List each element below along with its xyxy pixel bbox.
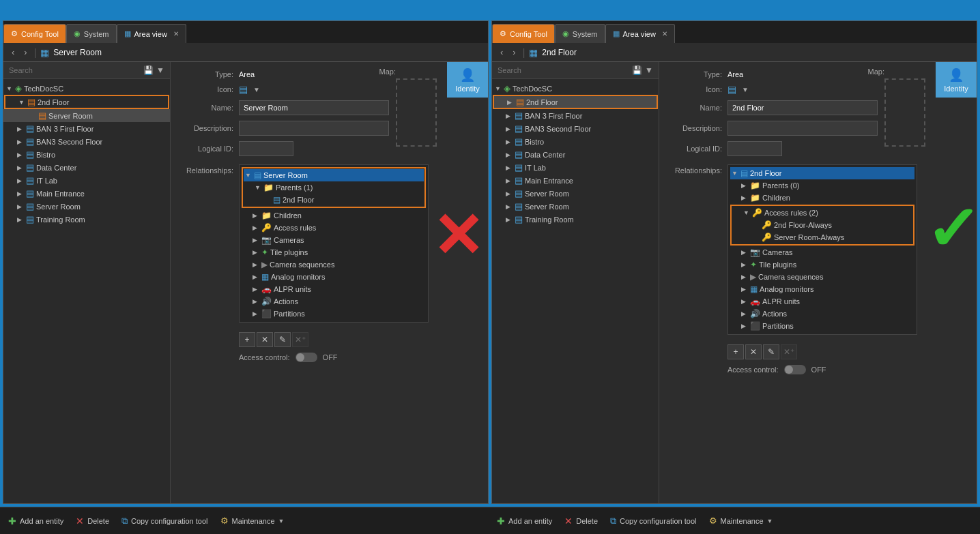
right-tab-system[interactable]: ◉ System <box>555 24 605 43</box>
right-tree-serverroom1[interactable]: ▶ ▤ Server Room <box>492 187 659 200</box>
right-tree-training[interactable]: ▶ ▤ Training Room <box>492 213 659 226</box>
right-nav-fwd[interactable]: › <box>510 46 518 59</box>
left-tree-bistro[interactable]: ▶ ▤ Bistro <box>3 148 170 161</box>
right-name-input[interactable] <box>727 100 878 115</box>
right-rel-cameras[interactable]: ▶ 📷 Cameras <box>730 246 914 258</box>
left-tree-serverroom[interactable]: ▶ ▤ Server Room <box>3 200 170 213</box>
left-tab-areaview[interactable]: ▦ Area view ✕ <box>117 24 186 43</box>
right-rel-analog[interactable]: ▶ ▦ Analog monitors <box>730 283 914 295</box>
left-map-area[interactable] <box>396 78 437 147</box>
left-tool-delete[interactable]: ✕ <box>257 332 273 347</box>
left-rel-2ndfloor[interactable]: ▤ 2nd Floor <box>244 194 424 206</box>
right-tree-ban3second[interactable]: ▶ ▤ BAN3 Second Floor <box>492 122 659 135</box>
right-tab-areaview[interactable]: ▦ Area view ✕ <box>605 24 675 43</box>
left-rel-alpr[interactable]: ▶ 🚗 ALPR units <box>242 283 426 295</box>
right-tree-mainentrance[interactable]: ▶ ▤ Main Entrance <box>492 174 659 187</box>
left-nav-fwd[interactable]: › <box>21 46 29 59</box>
right-rel-accessrules[interactable]: ▼ 🔑 Access rules (2) <box>732 207 912 219</box>
left-rel-access[interactable]: ▶ 🔑 Access rules <box>242 222 426 234</box>
left-copy-btn[interactable]: ⧉ Copy configuration tool <box>121 516 208 526</box>
right-tab-config[interactable]: ⚙ Config Tool <box>492 24 555 43</box>
right-add-entity-btn[interactable]: ✚ Add an entity <box>497 516 552 526</box>
left-tool-edit[interactable]: ✎ <box>274 332 291 347</box>
left-nav-back[interactable]: ‹ <box>9 46 17 59</box>
left-tree-mainentrance[interactable]: ▶ ▤ Main Entrance <box>3 187 170 200</box>
left-toggle[interactable] <box>296 353 317 362</box>
right-nav-back[interactable]: ‹ <box>498 46 506 59</box>
right-tree-ban3first[interactable]: ▶ ▤ BAN 3 First Floor <box>492 109 659 122</box>
left-tree-ban3second[interactable]: ▶ ▤ BAN3 Second Floor <box>3 135 170 148</box>
right-rel-camseq[interactable]: ▶ ▶ Camera sequences <box>730 271 914 283</box>
left-filter-icon[interactable]: ▼ <box>156 65 164 75</box>
right-content: 💾 ▼ ▼ ◈ TechDocSC ▶ ▤ <box>492 62 977 503</box>
left-identity-btn[interactable]: 👤 Identity <box>447 62 488 98</box>
left-rel-parents[interactable]: ▼ 📁 Parents (1) <box>244 181 424 194</box>
left-rel-camseq[interactable]: ▶ ▶ Camera sequences <box>242 258 426 271</box>
right-tree-serverroom2[interactable]: ▶ ▤ Server Room <box>492 200 659 213</box>
left-type-value: Area <box>239 70 255 78</box>
right-tree-datacenter[interactable]: ▶ ▤ Data Center <box>492 148 659 161</box>
left-delete-btn[interactable]: ✕ Delete <box>76 516 109 526</box>
right-save-icon[interactable]: 💾 <box>632 65 642 75</box>
right-tree-2ndfloor[interactable]: ▶ ▤ 2nd Floor <box>493 95 657 108</box>
right-rel-2ndfloor[interactable]: ▼ ▤ 2nd Floor <box>730 167 914 179</box>
right-tool-delete[interactable]: ✕ <box>745 344 762 359</box>
left-tab-close[interactable]: ✕ <box>173 30 179 38</box>
right-tree-bistro[interactable]: ▶ ▤ Bistro <box>492 135 659 148</box>
left-rel-children[interactable]: ▶ 📁 Children <box>242 209 426 222</box>
right-desc-input[interactable] <box>727 121 878 136</box>
right-search-input[interactable] <box>498 66 629 74</box>
left-rel-actions[interactable]: ▶ 🔊 Actions <box>242 295 426 308</box>
right-copy-btn[interactable]: ⧉ Copy configuration tool <box>610 516 697 526</box>
right-tree-itlab[interactable]: ▶ ▤ IT Lab <box>492 161 659 174</box>
left-rel-cameras[interactable]: ▶ 📷 Cameras <box>242 234 426 246</box>
right-identity-btn[interactable]: 👤 Identity <box>936 62 977 98</box>
left-maintenance-btn[interactable]: ⚙ Maintenance ▼ <box>220 516 285 526</box>
right-toggle[interactable] <box>784 365 806 374</box>
right-rel-children[interactable]: ▶ 📁 Children <box>730 192 914 204</box>
right-icon-dropdown[interactable]: ▼ <box>742 86 749 93</box>
right-rel-alpr[interactable]: ▶ 🚗 ALPR units <box>730 295 914 308</box>
left-search-input[interactable] <box>9 66 141 74</box>
left-tab-config[interactable]: ⚙ Config Tool <box>3 24 66 43</box>
left-tree-2ndfloor[interactable]: ▼ ▤ 2nd Floor <box>5 95 169 108</box>
left-rel-serverroom[interactable]: ▼ ▤ Server Room <box>244 169 424 181</box>
left-logical-input[interactable] <box>239 141 293 156</box>
right-rel-serverroom-always[interactable]: 🔑 Server Room-Always <box>732 231 912 243</box>
left-name-input[interactable] <box>239 100 389 115</box>
left-tree-serverroom-selected[interactable]: ▤ Server Room <box>3 109 170 122</box>
right-logical-input[interactable] <box>727 141 782 156</box>
left-rel-analog[interactable]: ▶ ▦ Analog monitors <box>242 271 426 283</box>
right-map-area[interactable] <box>884 78 925 147</box>
right-nav-bar: ‹ › | ▦ 2nd Floor <box>492 43 977 62</box>
right-maintenance-btn[interactable]: ⚙ Maintenance ▼ <box>709 516 773 526</box>
left-desc-input[interactable] <box>239 121 389 136</box>
left-rel-tileplugins[interactable]: ▶ ✦ Tile plugins <box>242 246 426 258</box>
right-filter-icon[interactable]: ▼ <box>645 65 653 75</box>
right-rel-2ndfloor-always[interactable]: 🔑 2nd Floor-Always <box>732 219 912 231</box>
left-tree-root[interactable]: ▼ ◈ TechDocSC <box>3 82 170 95</box>
left-tool-add[interactable]: + <box>239 332 255 347</box>
right-tree-root[interactable]: ▼ ◈ TechDocSC <box>492 82 659 95</box>
right-tool-add[interactable]: + <box>727 344 744 359</box>
left-tree-itlab[interactable]: ▶ ▤ IT Lab <box>3 174 170 187</box>
right-icon-picker[interactable]: ▤ <box>727 84 736 95</box>
left-tree-ban3first[interactable]: ▶ ▤ BAN 3 First Floor <box>3 122 170 135</box>
right-type-row: Type: Area <box>667 70 968 78</box>
right-system-icon: ◉ <box>562 29 569 38</box>
left-icon-dropdown[interactable]: ▼ <box>253 86 260 93</box>
right-rel-actions[interactable]: ▶ 🔊 Actions <box>730 308 914 320</box>
left-add-entity-btn[interactable]: ✚ Add an entity <box>8 516 63 526</box>
right-tab-close[interactable]: ✕ <box>662 30 667 38</box>
right-rel-tileplugins[interactable]: ▶ ✦ Tile plugins <box>730 258 914 271</box>
left-tab-system[interactable]: ◉ System <box>66 24 117 43</box>
right-tool-edit[interactable]: ✎ <box>763 344 779 359</box>
left-rel-partitions[interactable]: ▶ ⬛ Partitions <box>242 308 426 320</box>
right-rel-partitions[interactable]: ▶ ⬛ Partitions <box>730 320 914 332</box>
left-icon-picker[interactable]: ▤ <box>239 84 248 95</box>
left-tree-datacenter[interactable]: ▶ ▤ Data Center <box>3 161 170 174</box>
left-tree-trainingroom[interactable]: ▶ ▤ Training Room <box>3 213 170 226</box>
right-delete-btn[interactable]: ✕ Delete <box>564 516 598 526</box>
left-save-icon[interactable]: 💾 <box>143 65 154 75</box>
right-rel-parents[interactable]: ▶ 📁 Parents (0) <box>730 179 914 192</box>
